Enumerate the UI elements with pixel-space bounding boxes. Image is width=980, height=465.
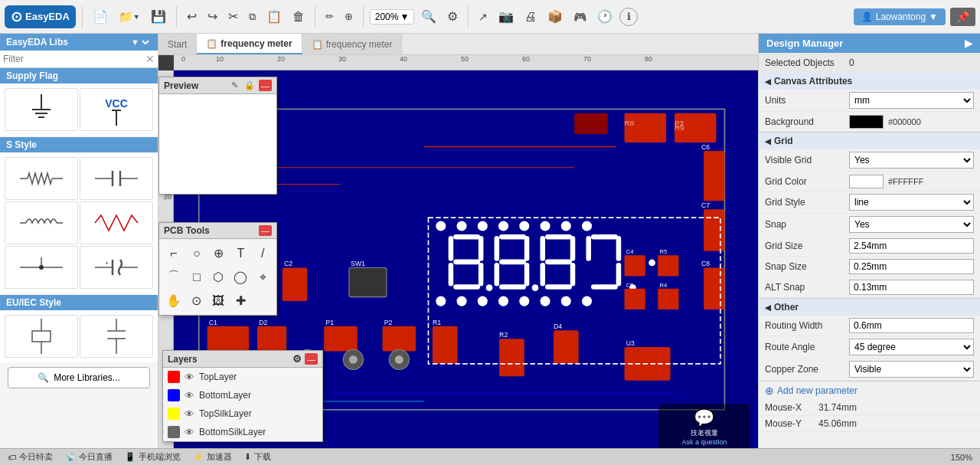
- pcb-tool-cross[interactable]: ⊕: [208, 242, 230, 264]
- layer-row-bottomlayer[interactable]: 👁 BottomLayer: [163, 386, 322, 404]
- preview-lock-button[interactable]: 🔒: [242, 80, 257, 91]
- mobile-icon: 📱: [125, 452, 136, 462]
- copper-zone-select[interactable]: Visible Hidden: [849, 361, 974, 378]
- lib-item-eu1[interactable]: [5, 315, 78, 358]
- grid-size-input[interactable]: 2.54mm: [849, 238, 974, 254]
- user-button[interactable]: 👤 Laowantong ▼: [854, 8, 946, 25]
- units-select[interactable]: mm mil inch: [849, 92, 974, 109]
- toplayer-eye-icon[interactable]: 👁: [185, 372, 194, 383]
- ask-question-label[interactable]: Ask a question: [681, 438, 727, 446]
- filter-input[interactable]: [3, 54, 145, 64]
- pcb-tool-arc[interactable]: ⌒: [162, 265, 185, 289]
- add-param-button[interactable]: ⊕ Add new parameter: [759, 381, 980, 400]
- component-button[interactable]: ⊕: [341, 8, 357, 25]
- layer-row-topsilk[interactable]: 👁 TopSilkLayer: [163, 404, 322, 423]
- snap-select[interactable]: Yes No: [849, 216, 974, 233]
- snapshot-button[interactable]: 📷: [495, 7, 518, 26]
- undo-button[interactable]: ↩: [183, 7, 201, 26]
- pcb-tool-line[interactable]: /: [252, 242, 273, 264]
- gerber-button[interactable]: 📦: [544, 7, 567, 26]
- pcb-tool-circle[interactable]: ○: [186, 242, 207, 264]
- grid-style-select[interactable]: line dot: [849, 194, 974, 211]
- share-button[interactable]: ↗: [475, 8, 492, 25]
- pcb-tool-rect[interactable]: □: [186, 265, 207, 289]
- settings-button[interactable]: ⚙: [443, 7, 462, 26]
- new-button[interactable]: 📄: [89, 7, 112, 26]
- other-section-title[interactable]: ◀ Other: [759, 299, 980, 316]
- zoom-control[interactable]: 200% ▼: [370, 9, 415, 25]
- pcb-tool-measure[interactable]: ✚: [230, 290, 251, 312]
- grid-section-title[interactable]: ◀ Grid: [759, 133, 980, 149]
- design-manager-header[interactable]: Design Manager ▶: [759, 34, 980, 53]
- pin-button[interactable]: 📌: [950, 8, 975, 26]
- status-item-2[interactable]: 📡 今日直播: [65, 451, 113, 463]
- preview-edit-button[interactable]: ✎: [229, 80, 240, 91]
- lib-item-eu2[interactable]: [80, 315, 153, 358]
- pcb-tool-hand[interactable]: ✋: [162, 290, 185, 312]
- pcb-tools-close-button[interactable]: —: [259, 225, 272, 236]
- pcb-tools-header: PCB Tools —: [159, 223, 276, 239]
- pcb-tool-corner[interactable]: ⌐: [162, 242, 185, 264]
- layer-row-toplayer[interactable]: 👁 TopLayer: [163, 368, 322, 386]
- grid-color-swatch[interactable]: [849, 175, 884, 188]
- pcb-tool-bezier[interactable]: ⌖: [252, 265, 273, 289]
- user-dropdown-icon: ▼: [929, 11, 938, 22]
- route-angle-select[interactable]: 45 degree 90 degree Free: [849, 339, 974, 355]
- lib-item-gnd[interactable]: [5, 88, 78, 131]
- lib-item-inductor[interactable]: [5, 201, 78, 244]
- save-button[interactable]: 💾: [147, 7, 170, 26]
- lib-item-capacitor[interactable]: [80, 157, 153, 200]
- pcb-tool-ellipse[interactable]: ◯: [230, 265, 251, 289]
- filter-clear-icon[interactable]: ✕: [145, 53, 155, 65]
- snap-size-input[interactable]: [849, 259, 974, 274]
- visible-grid-select[interactable]: Yes No: [849, 152, 974, 169]
- open-button[interactable]: 📁▼: [115, 8, 144, 26]
- pcb-tool-poly[interactable]: ⬡: [208, 265, 230, 289]
- topsilk-eye-icon[interactable]: 👁: [185, 408, 194, 420]
- tab-freq2[interactable]: 📋 frequency meter: [302, 34, 403, 54]
- pcb-tool-select[interactable]: ⊙: [186, 290, 207, 312]
- svg-point-54: [498, 296, 508, 306]
- preview-close-button[interactable]: —: [259, 80, 272, 91]
- layers-close-button[interactable]: —: [305, 353, 318, 365]
- layers-settings-icon[interactable]: ⚙: [292, 353, 302, 365]
- layer-row-bottomsilk[interactable]: 👁 BottomSilkLayer: [163, 423, 322, 441]
- logo[interactable]: ⊙ EasyEDA: [5, 5, 76, 28]
- status-item-5[interactable]: ⬇ 下载: [244, 451, 271, 463]
- lib-item-junction[interactable]: [5, 246, 78, 289]
- redo-button[interactable]: ↪: [204, 7, 221, 26]
- pcb-tool-text[interactable]: T: [230, 242, 251, 264]
- background-color-swatch[interactable]: [849, 115, 884, 129]
- pcb-tool-image[interactable]: 🖼: [208, 290, 230, 312]
- status-item-4[interactable]: ⚡ 加速器: [193, 451, 232, 463]
- bottomlayer-eye-icon[interactable]: 👁: [185, 390, 194, 401]
- lib-item-zigzag[interactable]: [80, 201, 153, 244]
- tab-start[interactable]: Start: [158, 34, 197, 54]
- delete-button[interactable]: 🗑: [289, 8, 309, 26]
- lib-item-resistor[interactable]: [5, 157, 78, 200]
- help-button[interactable]: ℹ: [619, 8, 638, 26]
- canvas-wrapper[interactable]: 0 10 20 30 40 50 60 70 80 0 10 20: [158, 55, 758, 465]
- copy-button[interactable]: ⧉: [245, 8, 260, 25]
- alt-snap-input[interactable]: [849, 280, 974, 295]
- bottomsilk-eye-icon[interactable]: 👁: [185, 427, 194, 438]
- mouse-y-value: 45.06mm: [818, 418, 857, 429]
- pcb-tools-title: PCB Tools: [164, 225, 210, 236]
- status-item-3[interactable]: 📱 手机端浏览: [125, 451, 181, 463]
- canvas-attributes-title[interactable]: ◀ Canvas Attributes: [759, 73, 980, 90]
- lib-item-vcc[interactable]: VCC: [80, 88, 153, 131]
- export-button[interactable]: 🖨: [521, 8, 541, 26]
- history-button[interactable]: 🕐: [593, 7, 616, 26]
- draw-button[interactable]: ✏: [322, 8, 338, 25]
- svg-text:C7: C7: [701, 201, 710, 209]
- more-libs-button[interactable]: 🔍 More Libraries...: [8, 367, 149, 388]
- tab-freq1[interactable]: 📋 frequency meter: [197, 34, 302, 54]
- lib-item-pol-cap[interactable]: +: [80, 246, 153, 289]
- libs-dropdown[interactable]: ▼: [128, 37, 152, 47]
- pcborder-button[interactable]: 🎮: [570, 8, 590, 25]
- paste-button[interactable]: 📋: [263, 7, 286, 26]
- cut-button[interactable]: ✂: [224, 7, 242, 26]
- status-item-1[interactable]: 🏷 今日特卖: [8, 451, 53, 463]
- routing-width-input[interactable]: [849, 318, 974, 333]
- zoom-fit-button[interactable]: 🔍: [417, 7, 440, 26]
